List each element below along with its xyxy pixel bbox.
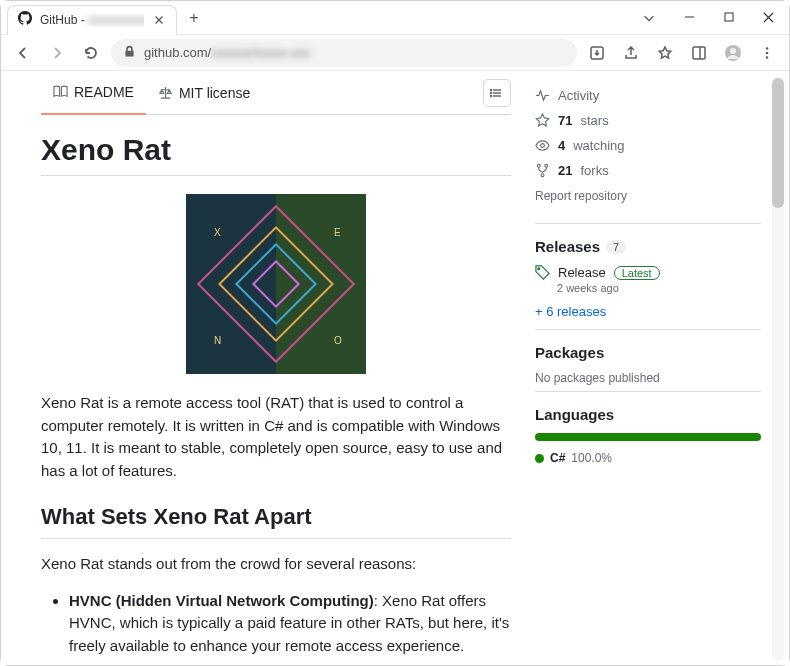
address-bar[interactable]: github.com/xxxxxx/xxxxx-xxx (111, 39, 577, 67)
releases-heading[interactable]: Releases 7 (535, 238, 761, 255)
svg-point-23 (545, 164, 548, 167)
profile-icon[interactable] (719, 39, 747, 67)
share-icon[interactable] (617, 39, 645, 67)
bookmark-icon[interactable] (651, 39, 679, 67)
svg-point-8 (490, 89, 491, 90)
report-repo-link[interactable]: Report repository (535, 183, 761, 217)
activity-link[interactable]: Activity (535, 83, 761, 108)
feature-list: HVNC (Hidden Virtual Network Computing):… (41, 590, 511, 666)
lock-icon (123, 45, 136, 61)
stars-link[interactable]: 71 stars (535, 108, 761, 133)
scrollbar-thumb[interactable] (772, 78, 784, 208)
lang-color-dot (535, 454, 544, 463)
watching-link[interactable]: 4 watching (535, 133, 761, 158)
install-icon[interactable] (583, 39, 611, 67)
svg-rect-0 (725, 13, 733, 21)
hero-image: X E N O (41, 194, 511, 374)
svg-point-10 (490, 95, 491, 96)
svg-point-5 (766, 47, 769, 50)
standout-paragraph: Xeno Rat stands out from the crowd for s… (41, 553, 511, 576)
svg-point-9 (490, 92, 491, 93)
list-item: HVNC (Hidden Virtual Network Computing):… (69, 590, 511, 658)
svg-text:O: O (334, 335, 342, 346)
reload-button[interactable] (77, 39, 105, 67)
languages-heading: Languages (535, 406, 761, 423)
language-csharp[interactable]: C# 100.0% (535, 451, 761, 465)
browser-toolbar: github.com/xxxxxx/xxxxx-xxx (1, 35, 789, 71)
tag-icon (535, 265, 550, 280)
new-tab-button[interactable]: + (183, 7, 205, 29)
more-releases-link[interactable]: + 6 releases (535, 294, 761, 323)
maximize-button[interactable] (709, 3, 749, 33)
star-icon (535, 113, 550, 128)
book-icon (53, 84, 68, 99)
close-window-button[interactable] (749, 3, 789, 33)
url-text: github.com/xxxxxx/xxxxx-xxx (144, 45, 310, 60)
back-button[interactable] (9, 39, 37, 67)
github-icon (18, 11, 32, 29)
tab-label: README (74, 84, 134, 100)
intro-paragraph: Xeno Rat is a remote access tool (RAT) t… (41, 392, 511, 482)
latest-release-link[interactable]: Release Latest (535, 265, 761, 280)
section-heading: What Sets Xeno Rat Apart (41, 504, 511, 539)
no-packages-text: No packages published (535, 371, 761, 385)
minimize-button[interactable] (669, 3, 709, 33)
releases-count: 7 (606, 240, 626, 254)
packages-heading[interactable]: Packages (535, 344, 761, 361)
svg-text:X: X (214, 227, 221, 238)
language-bar[interactable] (535, 433, 761, 441)
svg-point-21 (541, 144, 545, 148)
tab-readme[interactable]: README (41, 71, 146, 115)
latest-badge: Latest (614, 266, 660, 280)
tab-title: GitHub - xxxxxxxxxxxx X (40, 13, 144, 27)
forks-link[interactable]: 21 forks (535, 158, 761, 183)
svg-point-4 (730, 48, 736, 54)
svg-rect-2 (693, 47, 705, 59)
svg-point-24 (541, 174, 544, 177)
toc-button[interactable] (483, 79, 511, 107)
law-icon (158, 85, 173, 100)
readme-tabs: README MIT license (41, 71, 511, 115)
tab-label: MIT license (179, 85, 250, 101)
browser-tab[interactable]: GitHub - xxxxxxxxxxxx X (7, 5, 177, 35)
pulse-icon (535, 88, 550, 103)
eye-icon (535, 138, 550, 153)
close-tab-icon[interactable] (152, 13, 166, 27)
repo-sidebar: Activity 71 stars 4 watching 21 forks Re… (529, 71, 789, 665)
svg-text:E: E (334, 227, 341, 238)
window-titlebar: GitHub - xxxxxxxxxxxx X + (1, 1, 789, 35)
sidepanel-icon[interactable] (685, 39, 713, 67)
svg-point-6 (766, 51, 769, 54)
fork-icon (535, 163, 550, 178)
page-title: Xeno Rat (41, 133, 511, 176)
svg-point-7 (766, 56, 769, 59)
menu-icon[interactable] (753, 39, 781, 67)
svg-point-25 (538, 268, 540, 270)
tab-license[interactable]: MIT license (146, 71, 262, 115)
tab-overflow-icon[interactable] (629, 3, 669, 33)
forward-button[interactable] (43, 39, 71, 67)
svg-point-22 (537, 164, 540, 167)
release-date: 2 weeks ago (557, 282, 761, 294)
readme-panel: README MIT license Xeno Rat X E N O Xeno… (1, 71, 529, 665)
svg-text:N: N (214, 335, 221, 346)
